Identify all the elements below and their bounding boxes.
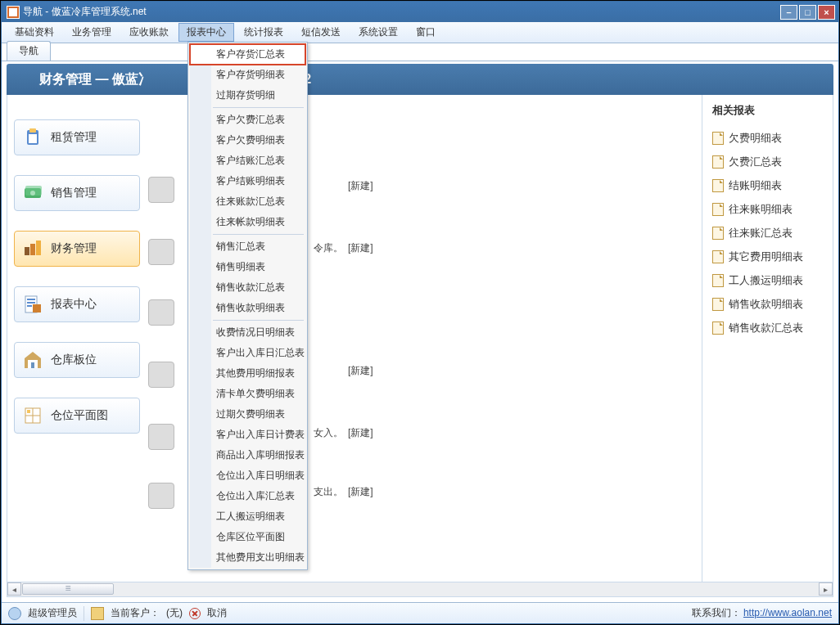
- contact-link[interactable]: http://www.aolan.net: [743, 607, 832, 618]
- sidebar-item-rental[interactable]: 租赁管理: [14, 119, 140, 155]
- document-icon: [712, 179, 724, 192]
- new-link[interactable]: [新建]: [348, 241, 373, 255]
- content-area: 财务管理 ― 傲蓝冫 v5.2 租赁管理 销售管理: [7, 64, 833, 597]
- dropdown-item[interactable]: 其他费用明细报表: [190, 363, 305, 384]
- dropdown-item[interactable]: 销售收款明细表: [190, 298, 305, 318]
- report-link[interactable]: 工人搬运明细表: [712, 273, 823, 288]
- dropdown-item[interactable]: 其他费用支出明细表: [190, 547, 305, 568]
- dropdown-item[interactable]: 客户欠费汇总表: [190, 110, 305, 130]
- new-link[interactable]: [新建]: [348, 485, 373, 499]
- sidebar-item-label: 仓库板位: [51, 353, 97, 367]
- floorplan-icon: [23, 406, 43, 425]
- sidebar: 租赁管理 销售管理 财务管理: [7, 95, 147, 582]
- menu-window[interactable]: 窗口: [408, 23, 444, 42]
- menu-business[interactable]: 业务管理: [64, 23, 120, 42]
- report-link[interactable]: 销售收款明细表: [712, 297, 823, 312]
- report-link[interactable]: 往来账明细表: [712, 202, 823, 217]
- dropdown-item[interactable]: 过期存货明细: [190, 85, 305, 106]
- dropdown-item[interactable]: 往来帐款明细表: [190, 212, 305, 232]
- dropdown-item[interactable]: 商品出入库明细报表: [190, 445, 305, 465]
- new-link[interactable]: [新建]: [348, 179, 373, 193]
- sidebar-item-label: 仓位平面图: [51, 408, 108, 423]
- sidebar-item-label: 报表中心: [51, 297, 97, 312]
- nav-item-icon: [148, 362, 174, 388]
- dropdown-item[interactable]: 收费情况日明细表: [190, 322, 305, 343]
- scroll-thumb[interactable]: [22, 583, 114, 595]
- svg-rect-6: [25, 247, 29, 255]
- svg-rect-10: [27, 299, 35, 300]
- dropdown-item[interactable]: 仓位出入库日明细表: [190, 465, 305, 486]
- app-icon: [7, 6, 20, 19]
- dropdown-item[interactable]: 客户结账明细表: [190, 171, 305, 191]
- customer-icon: [91, 607, 104, 620]
- report-link[interactable]: 往来账汇总表: [712, 226, 823, 241]
- document-icon: [712, 321, 724, 335]
- dropdown-item[interactable]: 销售汇总表: [190, 236, 305, 257]
- dropdown-item[interactable]: 工人搬运明细表: [190, 506, 305, 527]
- report-link[interactable]: 欠费明细表: [712, 131, 823, 146]
- dropdown-item[interactable]: 仓库区位平面图: [190, 527, 305, 547]
- minimize-button[interactable]: –: [780, 5, 797, 20]
- sidebar-item-floorplan[interactable]: 仓位平面图: [14, 398, 140, 434]
- svg-rect-7: [30, 244, 35, 255]
- status-cancel[interactable]: 取消: [207, 606, 227, 620]
- sidebar-item-label: 租赁管理: [51, 130, 97, 145]
- document-icon: [712, 227, 724, 240]
- svg-rect-13: [33, 304, 41, 312]
- new-link[interactable]: [新建]: [348, 426, 373, 440]
- sidebar-item-label: 财务管理: [51, 241, 97, 256]
- tab-navigation[interactable]: 导航: [7, 41, 51, 61]
- sidebar-item-label: 销售管理: [51, 186, 97, 200]
- menu-stat-reports[interactable]: 统计报表: [236, 23, 291, 42]
- report-link[interactable]: 销售收款汇总表: [712, 321, 823, 335]
- sidebar-item-finance[interactable]: 财务管理: [14, 231, 140, 267]
- dropdown-item[interactable]: 客户存货明细表: [190, 65, 305, 85]
- dropdown-separator: [213, 107, 304, 108]
- dropdown-item[interactable]: 销售收款汇总表: [190, 277, 305, 298]
- dropdown-item[interactable]: 仓位出入库汇总表: [190, 486, 305, 506]
- new-link[interactable]: [新建]: [348, 364, 373, 378]
- report-link[interactable]: 其它费用明细表: [712, 250, 823, 264]
- maximize-button[interactable]: □: [799, 5, 816, 20]
- sidebar-item-warehouse[interactable]: 仓库板位: [14, 342, 140, 378]
- report-link[interactable]: 结账明细表: [712, 178, 823, 193]
- row-text: 女入。: [314, 426, 343, 440]
- svg-rect-20: [27, 410, 30, 413]
- nav-item-icon: [148, 239, 174, 265]
- contact-area: 联系我们： http://www.aolan.net: [692, 606, 832, 620]
- dropdown-item[interactable]: 客户结账汇总表: [190, 151, 305, 171]
- dropdown-item[interactable]: 客户欠费明细表: [190, 130, 305, 151]
- scroll-right-button[interactable]: ▸: [819, 582, 833, 596]
- sidebar-item-report-center[interactable]: 报表中心: [14, 286, 140, 322]
- titlebar[interactable]: 导航 - 傲蓝冷库管理系统.net – □ ×: [2, 2, 838, 22]
- window-title: 导航 - 傲蓝冷库管理系统.net: [23, 5, 780, 19]
- dropdown-item[interactable]: 销售明细表: [190, 257, 305, 277]
- menu-receivables[interactable]: 应收账款: [121, 23, 177, 42]
- document-icon: [712, 274, 724, 287]
- warehouse-icon: [23, 350, 43, 370]
- menu-system[interactable]: 系统设置: [350, 23, 406, 42]
- menu-sms[interactable]: 短信发送: [293, 23, 349, 42]
- dropdown-item[interactable]: 过期欠费明细表: [190, 404, 305, 425]
- dropdown-item[interactable]: 客户存货汇总表: [190, 44, 305, 65]
- svg-rect-2: [29, 134, 37, 143]
- dropdown-item[interactable]: 清卡单欠费明细表: [190, 384, 305, 404]
- scroll-left-button[interactable]: ◂: [7, 582, 21, 596]
- dropdown-item[interactable]: 往来账款汇总表: [190, 191, 305, 212]
- related-reports-list: 欠费明细表 欠费汇总表 结账明细表 往来账明细表 往来账汇总表 其它费用明细表 …: [702, 126, 833, 340]
- document-icon: [712, 298, 724, 311]
- report-link[interactable]: 欠费汇总表: [712, 155, 823, 169]
- user-icon: [8, 607, 21, 620]
- close-button[interactable]: ×: [818, 5, 835, 20]
- money-icon: [23, 183, 43, 203]
- contact-label: 联系我们：: [692, 607, 741, 618]
- nav-item-icon: [148, 177, 174, 203]
- horizontal-scrollbar[interactable]: ◂ ▸: [7, 582, 833, 597]
- cancel-icon[interactable]: [189, 608, 201, 619]
- menu-basic-data[interactable]: 基础资料: [7, 23, 62, 42]
- sidebar-item-sales[interactable]: 销售管理: [14, 175, 140, 211]
- dropdown-item[interactable]: 客户出入库日计费表: [190, 425, 305, 445]
- menu-report-center[interactable]: 报表中心: [178, 23, 234, 42]
- main-window: 导航 - 傲蓝冷库管理系统.net – □ × 基础资料 业务管理 应收账款 报…: [1, 1, 839, 624]
- dropdown-item[interactable]: 客户出入库日汇总表: [190, 343, 305, 363]
